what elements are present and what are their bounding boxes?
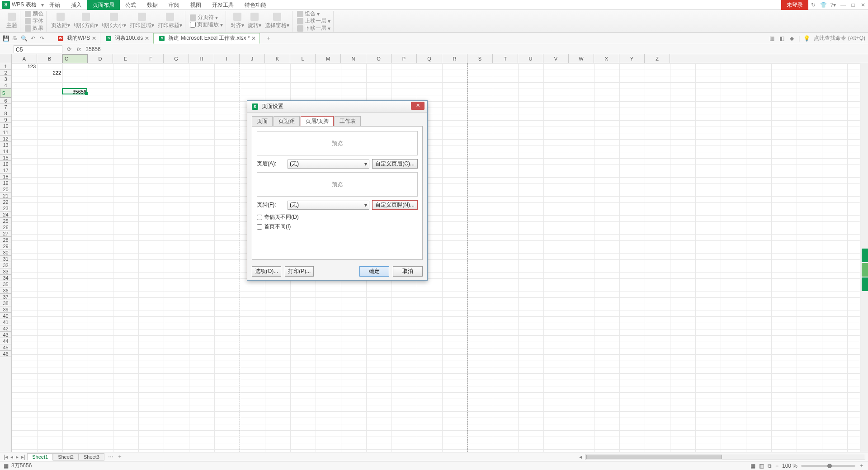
new-tab-icon[interactable]: ＋ [265,35,272,42]
ribbon-旋转[interactable]: 旋转▾ [248,13,261,29]
row-header-39[interactable]: 39 [0,306,11,313]
col-header-M[interactable]: M [316,54,341,63]
help-icon[interactable]: ?▾ [828,0,838,10]
menu-tab-3[interactable]: 公式 [120,0,142,10]
pagescale-checkbox[interactable]: 页面缩放▾ [190,21,223,28]
font-button[interactable]: 字体 [25,18,43,25]
sheet-tab-Sheet3[interactable]: Sheet3 [79,453,104,461]
ribbon-对齐[interactable]: 对齐▾ [231,13,244,29]
pagebreak-button[interactable]: 分页符▾ [190,14,218,21]
row-header-23[interactable]: 23 [0,205,11,212]
row-header-40[interactable]: 40 [0,313,11,319]
row-header-30[interactable]: 30 [0,249,11,256]
view-normal-icon[interactable]: ▦ [750,463,755,469]
sheet-menu-icon[interactable]: ⋯ [105,454,116,460]
row-header-46[interactable]: 46 [0,351,11,357]
sheet-tab-Sheet1[interactable]: Sheet1 [27,453,53,461]
sheet-nav[interactable]: |◂◂▸▸| [3,454,26,460]
qa-save-icon[interactable]: 💾 [3,35,9,42]
col-header-G[interactable]: G [164,54,189,63]
custom-header-button[interactable]: 自定义页眉(C)... [372,159,418,169]
doc-tab-1[interactable]: S词条100.xls✕ [100,33,153,44]
skin-icon[interactable]: 👕 [818,0,828,10]
fx-refresh-icon[interactable]: ⟳ [66,46,72,52]
effect-button[interactable]: 效果 [25,25,43,32]
ribbon-选择窗格[interactable]: 选择窗格▾ [265,13,289,29]
row-header-42[interactable]: 42 [0,325,11,332]
menu-tab-1[interactable]: 插入 [66,0,87,10]
row-header-22[interactable]: 22 [0,199,11,205]
row-header-19[interactable]: 19 [0,180,11,186]
col-header-Q[interactable]: Q [417,54,442,63]
col-header-S[interactable]: S [467,54,493,63]
row-header-35[interactable]: 35 [0,281,11,287]
menu-tab-4[interactable]: 数据 [142,0,163,10]
custom-footer-button[interactable]: 自定义页脚(N)... [372,200,418,210]
view-break-icon[interactable]: ⧉ [768,463,772,469]
dialog-tab-1[interactable]: 页边距 [274,116,300,126]
doc-tab-2[interactable]: S新建 Microsoft Excel 工作表.xlsx *✕ [153,33,260,44]
ribbon-页边距[interactable]: 页边距▾ [51,13,70,29]
row-header-21[interactable]: 21 [0,193,11,199]
name-box[interactable]: C5 [14,45,62,53]
qr1-icon[interactable]: ▥ [769,35,775,42]
col-header-R[interactable]: R [442,54,467,63]
row-header-44[interactable]: 44 [0,338,11,344]
first-page-different-checkbox[interactable]: 首页不同(I) [257,223,418,230]
qa-preview-icon[interactable]: 🔍 [21,35,27,42]
row-header-33[interactable]: 33 [0,268,11,275]
bring-forward-button[interactable]: 上移一层▾ [297,18,330,25]
dialog-tab-0[interactable]: 页面 [252,116,273,126]
col-header-O[interactable]: O [366,54,392,63]
cancel-button[interactable]: 取消 [393,266,423,277]
zoom-value[interactable]: 100 % [782,463,797,469]
col-header-L[interactable]: L [290,54,316,63]
col-header-U[interactable]: U [518,54,543,63]
hscroll-thumb[interactable] [586,455,722,459]
row-header-24[interactable]: 24 [0,212,11,218]
doc-tab-0[interactable]: W我的WPS✕ [52,33,100,44]
menu-tab-0[interactable]: 开始 [44,0,66,10]
horizontal-scrollbar[interactable]: ◂ ▸ [585,454,865,460]
row-header-45[interactable]: 45 [0,344,11,351]
col-header-W[interactable]: W [569,54,594,63]
col-header-P[interactable]: P [392,54,417,63]
max-icon[interactable]: □ [848,0,858,10]
search-hint[interactable]: 点此查找命令 (Alt+Q) [814,34,865,42]
row-header-32[interactable]: 32 [0,262,11,268]
ribbon-打印标题[interactable]: 打印标题▾ [158,13,182,29]
zoom-slider[interactable] [801,465,855,467]
row-header-41[interactable]: 41 [0,319,11,325]
row-header-43[interactable]: 43 [0,332,11,338]
row-header-7[interactable]: 7 [0,104,11,110]
menu-tab-8[interactable]: 特色功能 [239,0,272,10]
col-header-Y[interactable]: Y [619,54,645,63]
col-header-C[interactable]: C [62,54,88,63]
row-header-5[interactable]: 5 [0,89,11,98]
dialog-tab-2[interactable]: 页眉/页脚 [301,116,334,126]
row-header-11[interactable]: 11 [0,129,11,136]
cells-area[interactable]: 12322235656 [12,63,860,452]
col-header-V[interactable]: V [543,54,569,63]
row-header-8[interactable]: 8 [0,110,11,117]
color-button[interactable]: 颜色 [25,10,43,18]
options-button[interactable]: 选项(O)... [252,266,281,277]
col-header-A[interactable]: A [12,54,37,63]
view-page-icon[interactable]: ▥ [759,463,764,469]
tab-close-icon[interactable]: ✕ [92,35,96,42]
menu-tab-5[interactable]: 审阅 [163,0,185,10]
select-all-corner[interactable] [0,54,12,63]
row-header-12[interactable]: 12 [0,136,11,142]
menu-tab-2[interactable]: 页面布局 [87,0,120,10]
col-header-H[interactable]: H [189,54,214,63]
tab-close-icon[interactable]: ✕ [145,35,149,42]
row-header-6[interactable]: 6 [0,98,11,104]
close-icon[interactable]: ✕ [858,0,868,10]
col-header-J[interactable]: J [240,54,265,63]
qr2-icon[interactable]: ◧ [778,35,785,42]
cell-A1[interactable]: 123 [12,63,37,70]
row-header-27[interactable]: 27 [0,230,11,237]
row-header-38[interactable]: 38 [0,300,11,306]
group-button[interactable]: 组合▾ [297,10,320,18]
ribbon-纸张大小[interactable]: 纸张大小▾ [102,13,126,29]
